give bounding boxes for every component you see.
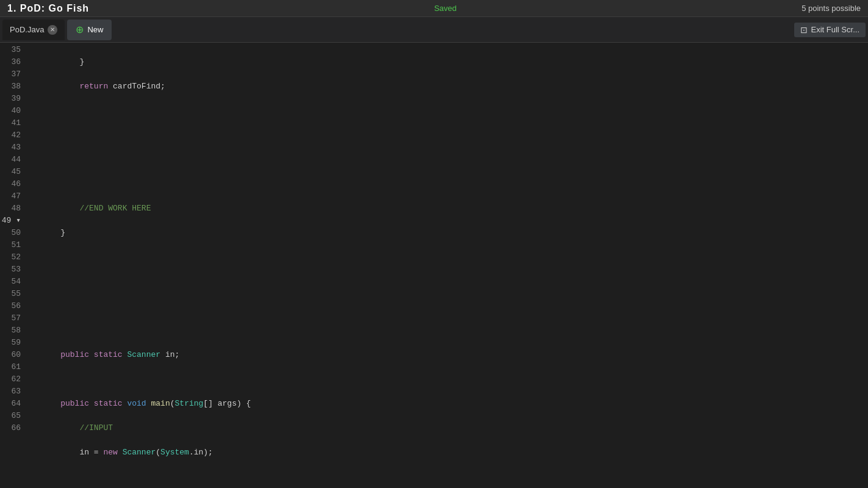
- code-line-41: //END WORK HERE: [41, 203, 868, 215]
- ln-66: 66: [0, 422, 27, 434]
- code-editor[interactable]: 35 36 37 38 39 40 41 42 43 44 45 46 47 4…: [0, 43, 868, 488]
- ln-40: 40: [0, 105, 27, 117]
- saved-status: Saved: [434, 4, 457, 13]
- new-tab-label: New: [87, 25, 103, 34]
- code-line-38: [41, 129, 868, 142]
- ln-42: 42: [0, 129, 27, 142]
- ln-60: 60: [0, 349, 27, 361]
- ln-59: 59: [0, 337, 27, 349]
- ln-56: 56: [0, 300, 27, 312]
- code-line-40: [41, 178, 868, 190]
- ln-52: 52: [0, 251, 27, 264]
- line-numbers: 35 36 37 38 39 40 41 42 43 44 45 46 47 4…: [0, 43, 32, 488]
- fullscreen-icon: ⊡: [800, 25, 808, 35]
- code-line-37: [41, 105, 868, 117]
- tab-new[interactable]: ⊕ New: [67, 20, 112, 40]
- ln-35: 35: [0, 44, 27, 56]
- ln-48: 48: [0, 203, 27, 215]
- ln-38: 38: [0, 81, 27, 93]
- ln-51: 51: [0, 239, 27, 251]
- ln-62: 62: [0, 373, 27, 386]
- code-line-42: }: [41, 227, 868, 239]
- ln-37: 37: [0, 68, 27, 81]
- plus-icon: ⊕: [76, 24, 84, 35]
- code-content[interactable]: } return cardToFind; //END WORK HERE } p…: [32, 43, 868, 488]
- exit-fullscreen-label: Exit Full Scr...: [811, 25, 859, 34]
- code-line-39: [41, 154, 868, 166]
- ln-64: 64: [0, 398, 27, 410]
- ln-50: 50: [0, 227, 27, 239]
- code-line-44: [41, 276, 868, 288]
- page-title: 1. PoD: Go Fish: [7, 3, 89, 14]
- tab-pod-java[interactable]: PoD.Java ✕: [2, 20, 65, 40]
- ln-41: 41: [0, 117, 27, 129]
- ln-45: 45: [0, 166, 27, 178]
- tab-bar: PoD.Java ✕ ⊕ New ⊡ Exit Full Scr...: [0, 17, 868, 43]
- code-line-47: public static Scanner in;: [41, 349, 868, 361]
- exit-fullscreen-button[interactable]: ⊡ Exit Full Scr...: [794, 23, 866, 37]
- ln-57: 57: [0, 312, 27, 325]
- ln-54: 54: [0, 276, 27, 288]
- code-line-43: [41, 251, 868, 264]
- ln-43: 43: [0, 142, 27, 154]
- ln-61: 61: [0, 361, 27, 373]
- code-line-46: [41, 325, 868, 337]
- ln-39: 39: [0, 93, 27, 105]
- ln-46: 46: [0, 178, 27, 190]
- tab-close-button[interactable]: ✕: [48, 25, 57, 35]
- ln-36: 36: [0, 56, 27, 68]
- code-line-36: return cardToFind;: [41, 81, 868, 93]
- points-label: 5 points possible: [802, 4, 861, 13]
- ln-65: 65: [0, 410, 27, 422]
- ln-49: 49 ▾: [0, 215, 27, 227]
- code-line-35: }: [41, 56, 868, 68]
- ln-53: 53: [0, 264, 27, 276]
- ln-47: 47: [0, 190, 27, 203]
- code-line-51: in = new Scanner(System.in);: [41, 447, 868, 459]
- tab-label: PoD.Java: [10, 25, 44, 34]
- ln-44: 44: [0, 154, 27, 166]
- top-bar: 1. PoD: Go Fish Saved 5 points possible: [0, 0, 868, 17]
- ln-63: 63: [0, 386, 27, 398]
- code-line-45: [41, 300, 868, 312]
- code-line-52: [41, 471, 868, 483]
- ln-58: 58: [0, 325, 27, 337]
- code-line-50: //INPUT: [41, 422, 868, 434]
- code-line-48: [41, 373, 868, 386]
- code-line-49: public static void main(String[] args) {: [41, 398, 868, 410]
- ln-55: 55: [0, 288, 27, 300]
